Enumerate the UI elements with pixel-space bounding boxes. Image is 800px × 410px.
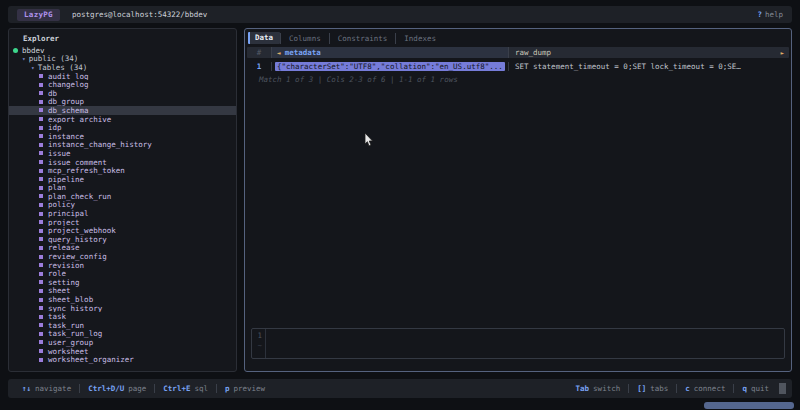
- table-item[interactable]: project_webhook: [9, 226, 236, 235]
- table-name: pipeline: [48, 175, 84, 184]
- table-icon: [39, 323, 43, 327]
- grid-header-row: # ◄ metadata raw_dump ►: [247, 47, 789, 58]
- table-item[interactable]: policy: [9, 201, 236, 210]
- table-icon: [39, 194, 43, 198]
- table-icon: [39, 237, 43, 241]
- column-header-metadata[interactable]: ◄ metadata: [271, 47, 508, 58]
- tab[interactable]: Constraints: [329, 33, 396, 44]
- explorer-title: Explorer: [9, 34, 236, 43]
- table-icon: [39, 220, 43, 224]
- hint-label: tabs: [650, 384, 668, 393]
- table-item[interactable]: project: [9, 218, 236, 227]
- help-hint: ?help: [757, 10, 783, 19]
- table-item[interactable]: db_schema: [9, 106, 236, 115]
- table-item[interactable]: worksheet_organizer: [9, 355, 236, 364]
- table-item[interactable]: review_config: [9, 252, 236, 261]
- table-item[interactable]: sync_history: [9, 304, 236, 313]
- status-bar: ↑↓navigate Ctrl+D/Upage Ctrl+Esql pprevi…: [8, 379, 792, 398]
- keybinding-hint: Ctrl+D/Upage: [79, 384, 154, 393]
- data-row[interactable]: 1 {"characterSet":"UTF8","collation":"en…: [247, 61, 789, 72]
- table-icon: [39, 203, 43, 207]
- tree-node-tables-group[interactable]: ▾ Tables (34): [9, 63, 236, 72]
- tab[interactable]: Indexes: [395, 33, 444, 44]
- table-icon: [39, 160, 43, 164]
- table-item[interactable]: task: [9, 312, 236, 321]
- sql-editor[interactable]: 1 ~: [251, 328, 785, 359]
- table-item[interactable]: setting: [9, 278, 236, 287]
- hint-label: page: [128, 384, 146, 393]
- table-name: issue_comment: [48, 158, 107, 167]
- table-item[interactable]: changelog: [9, 80, 236, 89]
- table-list: audit_log changelog db db_group: [9, 72, 236, 364]
- table-name: plan: [48, 184, 66, 193]
- table-icon: [39, 143, 43, 147]
- table-item[interactable]: release: [9, 244, 236, 253]
- table-name: task: [48, 312, 66, 321]
- table-item[interactable]: idp: [9, 123, 236, 132]
- table-icon: [39, 100, 43, 104]
- tree-node-schema[interactable]: ▾ public (34): [9, 55, 236, 64]
- table-name: task_run_log: [48, 330, 102, 339]
- table-item[interactable]: sheet_blob: [9, 295, 236, 304]
- empty-line-marker: ~: [252, 341, 262, 351]
- table-item[interactable]: worksheet: [9, 347, 236, 356]
- table-item[interactable]: user_group: [9, 338, 236, 347]
- table-name: instance: [48, 132, 84, 141]
- data-panel: Data Columns Constraints Indexes # ◄ met…: [244, 28, 792, 372]
- table-item[interactable]: query_history: [9, 235, 236, 244]
- hint-label: quit: [751, 384, 769, 393]
- table-item[interactable]: audit_log: [9, 72, 236, 81]
- scroll-left-icon[interactable]: ◄: [277, 49, 281, 56]
- table-item[interactable]: pipeline: [9, 175, 236, 184]
- keybinding-hints-left: ↑↓navigate Ctrl+D/Upage Ctrl+Esql pprevi…: [14, 384, 273, 393]
- app-logo: LazyPG: [17, 9, 60, 21]
- table-item[interactable]: revision: [9, 261, 236, 270]
- table-item[interactable]: plan_check_run: [9, 192, 236, 201]
- table-name: project: [48, 218, 80, 227]
- scroll-right-icon[interactable]: ►: [780, 49, 784, 56]
- table-item[interactable]: issue_comment: [9, 158, 236, 167]
- table-name: worksheet_organizer: [48, 355, 134, 364]
- cell-metadata[interactable]: {"characterSet":"UTF8","collation":"en_U…: [271, 62, 508, 71]
- hint-key: q: [742, 384, 747, 393]
- table-icon: [39, 91, 43, 95]
- table-icon: [39, 83, 43, 87]
- help-label: help: [765, 10, 783, 19]
- table-item[interactable]: principal: [9, 209, 236, 218]
- table-item[interactable]: db: [9, 89, 236, 98]
- table-item[interactable]: task_run_log: [9, 330, 236, 339]
- table-name: db_schema: [48, 106, 89, 115]
- table-item[interactable]: export_archive: [9, 115, 236, 124]
- table-icon: [39, 272, 43, 276]
- terminal-cursor: [779, 383, 786, 394]
- table-item[interactable]: plan: [9, 184, 236, 193]
- table-name: principal: [48, 209, 89, 218]
- cell-raw-dump[interactable]: SET statement_timeout = 0;SET lock_timeo…: [508, 62, 789, 71]
- tree-node-database[interactable]: bbdev: [9, 46, 236, 55]
- hint-key: []: [637, 384, 646, 393]
- table-item[interactable]: role: [9, 269, 236, 278]
- table-item[interactable]: sheet: [9, 287, 236, 296]
- tab[interactable]: Columns: [280, 33, 329, 44]
- table-name: task_run: [48, 321, 84, 330]
- table-name: export_archive: [48, 115, 111, 124]
- table-item[interactable]: db_group: [9, 98, 236, 107]
- hint-label: connect: [694, 384, 726, 393]
- editor-input-area[interactable]: [266, 329, 784, 358]
- table-item[interactable]: instance: [9, 132, 236, 141]
- table-name: plan_check_run: [48, 192, 111, 201]
- table-item[interactable]: task_run: [9, 321, 236, 330]
- table-icon: [39, 263, 43, 267]
- table-item[interactable]: mcp_refresh_token: [9, 166, 236, 175]
- table-item[interactable]: instance_change_history: [9, 141, 236, 150]
- tables-group-label: Tables (34): [38, 63, 88, 72]
- tab[interactable]: Data: [248, 32, 280, 44]
- hint-key: Ctrl+D/U: [88, 384, 124, 393]
- explorer-panel: Explorer bbdev ▾ public (34) ▾ Tables (3…: [8, 28, 237, 372]
- editor-gutter: 1 ~: [252, 329, 266, 358]
- table-icon: [39, 186, 43, 190]
- column-header-raw-dump[interactable]: raw_dump ►: [508, 47, 789, 58]
- table-icon: [39, 151, 43, 155]
- table-item[interactable]: issue: [9, 149, 236, 158]
- table-name: role: [48, 269, 66, 278]
